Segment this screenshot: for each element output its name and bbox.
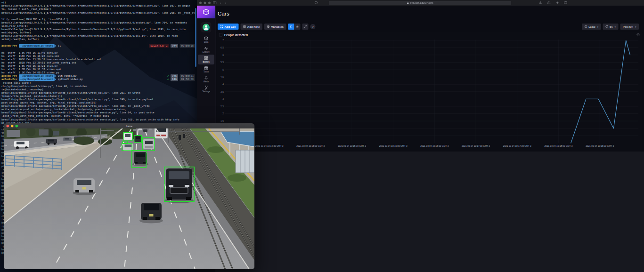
new-tab-icon[interactable] (556, 1, 559, 5)
terminal-line: .post_write_with_http_info(org, bucket, … (1, 114, 197, 118)
terminal-line: brew/Cellar/python@3.9/3.9.1_8/Framework… (1, 34, 197, 38)
cell-settings-gear-icon[interactable] (636, 33, 640, 37)
settings-wrench-icon (204, 86, 208, 90)
dark-mode-button[interactable]: ☾ (288, 24, 294, 30)
sidebar-item-settings[interactable]: Settings (198, 84, 214, 94)
help-icon: ? (312, 25, 314, 28)
sidebar-toggle-icon[interactable] (213, 1, 217, 5)
refresh-interval-label: 5s (610, 25, 612, 28)
x-tick-label: 2021-03-04 10:18:00 GMT-3 (544, 145, 572, 147)
terminal-line: brew/lib/python3.9/site-packages/influxd… (1, 104, 197, 108)
y-tick-label: 6 (222, 54, 224, 56)
url-text: influxdb.cduser.com (410, 1, 433, 4)
privacy-shield-icon[interactable] (315, 1, 318, 5)
sidebar-item-label: Alerts (204, 80, 209, 83)
terminal-line: ho staff 908K Feb 13 20:31 haarcascade_f… (1, 58, 197, 61)
terminal-line: recent call last): (1, 81, 197, 84)
minimize-button[interactable] (204, 2, 206, 4)
sidebar-item-boards[interactable]: Boards (198, 55, 214, 64)
add-note-icon (243, 25, 246, 28)
terminal-line: brew/lib/python3.9/site-packages/influxd… (1, 91, 197, 95)
sun-icon: ☀ (296, 25, 299, 28)
frame-window-controls (7, 125, 18, 128)
terminal-line (1, 48, 197, 51)
terminal-line: te(bucket=bucket, record=p) (1, 88, 197, 91)
add-cell-label: Add Cell (225, 25, 236, 28)
y-tick-label: 5.5 (220, 61, 224, 64)
video-frame (4, 128, 254, 269)
refresh-interval-dropdown[interactable]: 5s ▾ (603, 24, 619, 30)
sidebar-item-tasks[interactable]: Tasks (198, 64, 214, 74)
zoom-button[interactable] (208, 2, 211, 4)
terminal-line: ho staff 1.3K Feb 14 08:17 video.py (1, 71, 197, 74)
terminal-line: t(map(write_payload, payloads.items())) (1, 95, 197, 98)
add-cell-button[interactable]: Add Cell (218, 24, 238, 30)
address-bar[interactable]: influxdb.cduser.com (329, 1, 511, 5)
close-button[interactable] (7, 125, 9, 128)
add-cell-icon (220, 25, 223, 28)
terminal-line: n() (1, 1, 197, 4)
boards-grid-icon (204, 56, 208, 60)
help-button[interactable]: ? (310, 24, 315, 29)
terminal-line (1, 14, 197, 17)
window-controls[interactable] (199, 2, 211, 4)
presentation-mode-button[interactable] (302, 24, 308, 30)
user-avatar[interactable] (201, 22, 212, 32)
x-tick-label: 2021-03-04 10:14:30 GMT-3 (255, 145, 284, 147)
terminal-line: brew/Cellar/python@3.9/3.9.1_8/Framework… (1, 21, 197, 24)
cell-title: People detected (224, 33, 248, 37)
cell-drag-handle[interactable] (219, 33, 222, 37)
x-tick-label: 2021-03-04 10:16:00 GMT-3 (379, 145, 408, 147)
add-note-label: Add Note (247, 25, 260, 28)
lock-icon (407, 1, 409, 4)
light-mode-button[interactable]: ☀ (294, 24, 300, 30)
zoom-button[interactable] (16, 125, 18, 128)
y-tick-label: 3 (222, 97, 224, 100)
terminal-prompt-line: acBook-Pro~/python/public-countpython3 v… (1, 78, 197, 81)
y-tick-label: 1.5 (220, 120, 224, 122)
terminal-line: brew/lib/python3.9/site-packages/influxd… (1, 111, 197, 114)
data-cube-icon (204, 36, 208, 40)
minimize-button[interactable] (11, 125, 14, 128)
browser-window: ‹ › influxdb.cduser.com (197, 0, 644, 272)
x-tick-label: 2021-03-04 10:15:30 GMT-3 (338, 145, 366, 147)
back-icon[interactable]: ‹ (220, 1, 221, 5)
tabs-overview-icon[interactable] (564, 1, 567, 5)
time-range-dropdown[interactable]: Past 5m ▾ (620, 24, 639, 30)
add-note-button[interactable]: Add Note (240, 24, 262, 30)
x-tick-label: 2021-03-04 10:18:30 GMT-3 (586, 145, 614, 147)
dashboard-toolbar: Add Cell Add Note Variables ☾ ☀ (218, 24, 315, 30)
refresh-icon (605, 25, 608, 28)
variables-button[interactable]: Variables (264, 24, 286, 30)
terminal-prompt-line: acBook-Pro~/python/public-countllSIGINT(… (1, 44, 197, 48)
terminal-scrollbar[interactable] (195, 8, 196, 67)
y-tick-label: 5 (222, 68, 224, 71)
x-tick-label: 2021-03-04 10:17:00 GMT-3 (462, 145, 490, 147)
page-title: Cars (218, 10, 229, 17)
screenshot-root: n()brew/Cellar/python@3.9/3.9.1_8/Framew… (0, 0, 644, 272)
close-button[interactable] (199, 2, 202, 4)
sidebar-item-data[interactable]: Data (198, 35, 214, 45)
y-tick-label: 3.5 (220, 90, 224, 93)
frame-titlebar[interactable]: frame (4, 123, 254, 128)
download-icon[interactable] (539, 1, 542, 5)
y-tick-label: 2.5 (220, 105, 224, 108)
terminal-line: sock.recv_into(b) (1, 24, 197, 28)
terminal-line: cho/python/public-count/video.py", line … (1, 84, 197, 88)
timezone-clock-icon (584, 25, 587, 28)
forward-icon[interactable]: › (225, 1, 226, 5)
terminal-line: brew/Cellar/python@3.9/3.9.1_8/Framework… (1, 28, 197, 31)
terminal-prompt-line: acBook-Pro~/python/public-countvim video… (1, 74, 197, 78)
terminal-line: write_service.post_write(org=org, bucket… (1, 108, 197, 111)
influxdb-logo[interactable] (197, 6, 215, 18)
terminal-line (1, 41, 197, 44)
detection-box (142, 137, 155, 151)
share-icon[interactable] (547, 1, 551, 5)
sidebar-item-explore[interactable]: Explore (198, 45, 214, 55)
y-tick-label: 4 (222, 83, 224, 86)
terminal-line: post_write(_async_req, bucket, org, fina… (1, 101, 197, 104)
influxdb-logo-icon (203, 8, 210, 16)
x-tick-label: 2021-03-04 10:16:30 GMT-3 (420, 145, 448, 147)
sidebar-item-alerts[interactable]: Alerts (198, 74, 214, 84)
timezone-dropdown[interactable]: Local ▾ (582, 24, 601, 30)
